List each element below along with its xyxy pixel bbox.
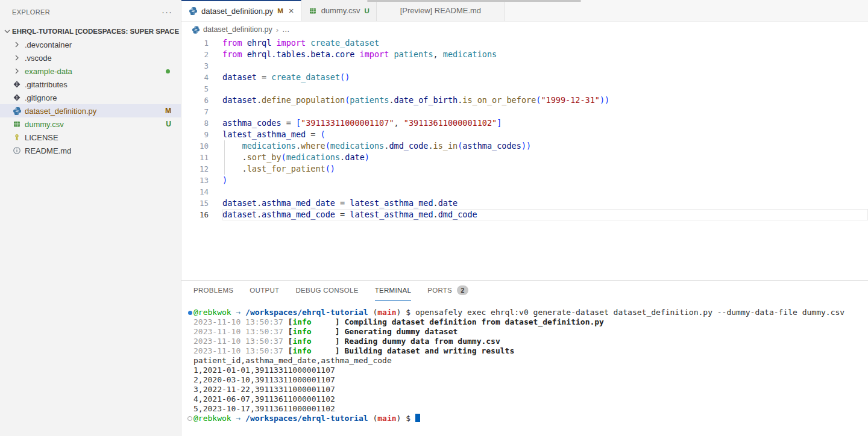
terminal-token: Generating dummy dataset <box>344 327 458 336</box>
code-token: , <box>433 49 443 59</box>
terminal-line-12: @rebkwok → /workspaces/ehrql-tutorial (m… <box>186 414 868 423</box>
line-number: 1 <box>181 37 222 49</box>
info-icon <box>12 146 22 155</box>
tree-item-dataset_definition.py[interactable]: dataset_definition.pyM <box>0 104 181 117</box>
tree-item-dummy.csv[interactable]: dummy.csvU <box>0 117 181 131</box>
line-number: 3 <box>181 60 222 72</box>
file-label: README.md <box>25 146 181 155</box>
code-line-content: medications.where(medications.dmd_code.i… <box>222 140 868 152</box>
chevron-down-icon <box>2 26 12 36</box>
editor-area: dataset_definition.pyM×dummy.csvU[Previe… <box>181 0 868 436</box>
code-line-content: asthma_codes = ["39113311000001107", "39… <box>222 117 868 129</box>
panel-tab-problems[interactable]: PROBLEMS <box>193 281 233 301</box>
terminal-line-7: 1,2021-01-01,39113311000001107 <box>186 366 868 375</box>
line-number: 15 <box>181 198 222 209</box>
code-token: patients <box>394 49 433 59</box>
code-line-1: 1from ehrql import create_dataset <box>181 37 868 49</box>
tree-item-.vscode[interactable]: .vscode <box>0 51 181 64</box>
code-token: latest_asthma_med <box>350 198 433 208</box>
code-token: create_dataset <box>310 38 379 48</box>
code-line-content: dataset.asthma_med_date = latest_asthma_… <box>222 198 868 209</box>
terminal-token: Compiling dataset definition from datase… <box>344 317 603 326</box>
code-line-content <box>222 106 868 117</box>
explorer-title: EXPLORER <box>12 8 50 16</box>
panel-tab-debug-console[interactable]: DEBUG CONSOLE <box>295 281 358 301</box>
code-token: define_population <box>262 95 345 105</box>
code-line-content: dataset = create_dataset() <box>222 72 868 83</box>
tab-dummy-csv[interactable]: dummy.csvU <box>301 0 377 21</box>
tab--preview-readme-md[interactable]: [Preview] README.md <box>377 0 505 21</box>
terminal-gutter <box>186 404 193 414</box>
tree-item-.gitignore[interactable]: .gitignore <box>0 91 181 104</box>
file-label: .gitattributes <box>25 80 181 89</box>
code-token: , <box>394 118 404 128</box>
line-number: 12 <box>181 163 222 175</box>
code-token: . <box>389 95 394 105</box>
code-token: dataset <box>222 210 257 219</box>
code-line-content <box>222 186 868 198</box>
panel-tab-ports[interactable]: PORTS2 <box>427 281 468 301</box>
tree-item-example-data[interactable]: example-data <box>0 64 181 78</box>
panel-tab-bar: PROBLEMSOUTPUTDEBUG CONSOLETERMINALPORTS… <box>181 281 868 301</box>
code-line-content: .last_for_patient() <box>222 163 868 175</box>
terminal-token: ] <box>312 317 345 326</box>
code-token: = <box>281 118 296 128</box>
breadcrumb-file[interactable]: dataset_definition.py <box>203 25 272 34</box>
explorer-sidebar: EXPLORER ··· EHRQL-TUTORIAL [CODESPACES:… <box>0 0 181 436</box>
line-number: 10 <box>181 140 222 152</box>
code-editor[interactable]: 1from ehrql import create_dataset2from e… <box>181 37 868 280</box>
terminal-token: 2023-11-10 13:50:37 <box>193 317 288 326</box>
code-line-12: 12 .last_for_patient() <box>181 163 868 175</box>
code-token: date <box>345 152 365 162</box>
python-icon <box>12 106 22 116</box>
code-token: . <box>242 152 247 162</box>
panel-tab-output[interactable]: OUTPUT <box>250 281 279 301</box>
ports-count-badge: 2 <box>457 285 468 295</box>
file-label: .gitignore <box>25 93 181 102</box>
terminal-gutter <box>186 317 193 327</box>
command-decoration-icon <box>186 308 193 317</box>
tree-item-.gitattributes[interactable]: .gitattributes <box>0 78 181 91</box>
csv-icon <box>308 6 318 16</box>
tab-scrollbar[interactable] <box>367 0 581 2</box>
code-token: sort_by <box>247 152 281 162</box>
python-icon <box>192 25 200 34</box>
panel-tab-label: PROBLEMS <box>193 287 233 294</box>
tab-dataset_definition-py[interactable]: dataset_definition.pyM× <box>181 0 301 21</box>
panel-tab-label: PORTS <box>427 287 452 294</box>
git-status-badge: U <box>166 120 171 128</box>
code-token <box>222 141 242 151</box>
terminal-token: ) $ <box>397 414 415 423</box>
line-number: 5 <box>181 83 222 95</box>
terminal-line-text: 4,2021-06-07,39113611000001102 <box>193 394 335 404</box>
terminal-token: ] <box>312 346 345 355</box>
terminal-token: 2,2020-03-10,39113311000001107 <box>193 375 335 384</box>
tree-item-README.md[interactable]: README.md <box>0 144 181 157</box>
close-icon[interactable]: × <box>289 7 294 14</box>
workspace-section-header[interactable]: EHRQL-TUTORIAL [CODESPACES: SUPER SPACE … <box>0 24 181 38</box>
code-line-11: 11 .sort_by(medications.date) <box>181 152 868 163</box>
code-token: "1999-12-31" <box>541 95 600 105</box>
code-line-content: ) <box>222 175 868 186</box>
editor-tab-bar: dataset_definition.pyM×dummy.csvU[Previe… <box>181 0 868 22</box>
line-number: 8 <box>181 117 222 129</box>
panel-tab-terminal[interactable]: TERMINAL <box>375 281 412 301</box>
terminal-token: opensafely exec ehrql:v0 generate-datase… <box>415 308 844 317</box>
line-number: 11 <box>181 152 222 163</box>
tree-item-.devcontainer[interactable]: .devcontainer <box>0 38 181 51</box>
tree-item-LICENSE[interactable]: LICENSE <box>0 131 181 144</box>
terminal-token: info <box>292 346 311 355</box>
code-line-content <box>222 60 868 72</box>
file-label: .vscode <box>25 54 181 63</box>
terminal-token: ( <box>368 308 378 317</box>
code-token: ehrql.tables.beta.core <box>247 49 360 59</box>
file-tree: .devcontainer.vscodeexample-data.gitattr… <box>0 38 181 436</box>
terminal[interactable]: @rebkwok → /workspaces/ehrql-tutorial (m… <box>181 301 868 436</box>
code-line-3: 3 <box>181 60 868 72</box>
terminal-token: 1,2021-01-01,39113311000001107 <box>193 366 335 375</box>
code-line-14: 14 <box>181 186 868 198</box>
more-actions-icon[interactable]: ··· <box>162 9 172 15</box>
line-number: 14 <box>181 186 222 198</box>
breadcrumb-symbol[interactable]: … <box>282 25 290 34</box>
terminal-line-text: 1,2021-01-01,39113311000001107 <box>193 366 335 375</box>
